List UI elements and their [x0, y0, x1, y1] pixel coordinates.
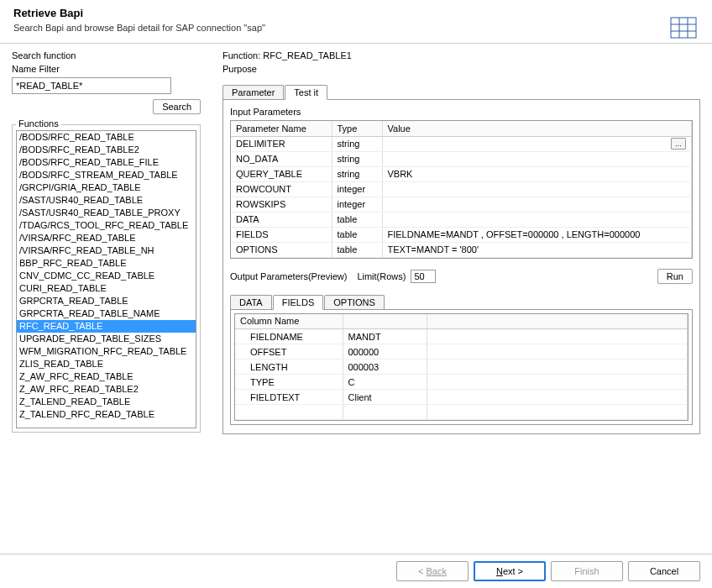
list-item[interactable]: Z_AW_RFC_READ_TABLE2	[17, 383, 196, 396]
main-tabs: Parameter Test it Input Parameters Param…	[222, 84, 700, 434]
list-item[interactable]: Z_TALEND_READ_TABLE	[17, 396, 196, 408]
tab-test-it[interactable]: Test it	[285, 85, 327, 100]
functions-group-label: Functions	[16, 118, 61, 129]
purpose-line: Purpose	[222, 64, 700, 74]
list-item[interactable]: UPGRADE_READ_TABLE_SIZES	[17, 333, 196, 345]
param-value[interactable]: TEXT=MANDT = '800'	[382, 242, 692, 257]
run-button[interactable]: Run	[657, 269, 693, 284]
finish-button[interactable]: Finish	[551, 561, 623, 581]
field-value: MANDT	[343, 329, 427, 344]
field-extra	[427, 344, 688, 360]
input-params-table: Parameter Name Type Value DELIMITERstrin…	[230, 120, 693, 259]
right-panel: Function: RFC_READ_TABLE1 Purpose Parame…	[222, 50, 700, 434]
field-name: LENGTH	[235, 360, 343, 375]
list-item[interactable]: /BODS/RFC_READ_TABLE2	[17, 144, 196, 156]
tab-body-test: Input Parameters Parameter Name Type Val…	[222, 99, 700, 434]
col-column-name[interactable]: Column Name	[235, 314, 343, 329]
table-row[interactable]: DATAtable	[231, 212, 692, 227]
ellipsis-button[interactable]: ...	[671, 138, 686, 150]
param-name: NO_DATA	[231, 151, 332, 166]
list-item[interactable]: WFM_MIGRATION_RFC_READ_TABLE	[17, 345, 196, 358]
param-value[interactable]	[382, 212, 692, 227]
search-section-label: Search function	[12, 50, 201, 60]
list-item[interactable]: Z_AW_RFC_READ_TABLE	[17, 370, 196, 383]
param-name: QUERY_TABLE	[231, 166, 332, 181]
list-item[interactable]: /BODS/RFC_READ_TABLE	[17, 131, 196, 144]
functions-group: Functions /BODS/RFC_READ_TABLE/BODS/RFC_…	[12, 124, 201, 433]
table-row[interactable]: OFFSET000000	[235, 344, 688, 360]
param-type: string	[332, 166, 382, 181]
list-item[interactable]: /SAST/USR40_READ_TABLE_PROXY	[17, 207, 196, 219]
table-row[interactable]: LENGTH000003	[235, 360, 688, 375]
table-row[interactable]: ROWSKIPSinteger	[231, 197, 692, 212]
table-row[interactable]: NO_DATAstring	[231, 151, 692, 166]
table-icon	[670, 17, 697, 39]
name-filter-label: Name Filter	[12, 64, 201, 74]
back-button[interactable]: < Back	[396, 561, 469, 581]
page-title: Retrieve Bapi	[13, 7, 699, 19]
field-value: 000000	[343, 344, 427, 360]
param-name: OPTIONS	[231, 242, 332, 257]
param-value[interactable]: ...	[382, 136, 692, 151]
table-row	[235, 405, 688, 420]
col-column-value[interactable]	[343, 314, 427, 329]
list-item[interactable]: CURI_READ_TABLE	[17, 282, 196, 295]
table-row[interactable]: FIELDStableFIELDNAME=MANDT , OFFSET=0000…	[231, 227, 692, 242]
cancel-button[interactable]: Cancel	[628, 561, 700, 581]
table-row[interactable]: TYPEC	[235, 375, 688, 390]
list-item[interactable]: /VIRSA/RFC_READ_TABLE_NH	[17, 244, 196, 257]
list-item[interactable]: /TDAG/RCS_TOOL_RFC_READ_TABLE	[17, 219, 196, 232]
limit-rows-input[interactable]	[411, 270, 436, 283]
param-type: table	[332, 212, 382, 227]
next-button[interactable]: Next >	[474, 561, 546, 581]
table-row[interactable]: ROWCOUNTinteger	[231, 181, 692, 197]
list-item[interactable]: GRPCRTA_READ_TABLE_NAME	[17, 307, 196, 320]
function-label: Function:	[222, 50, 260, 60]
list-item[interactable]: ZLIS_READ_TABLE	[17, 358, 196, 370]
functions-list[interactable]: /BODS/RFC_READ_TABLE/BODS/RFC_READ_TABLE…	[16, 130, 196, 428]
list-item[interactable]: BBP_RFC_READ_TABLE	[17, 257, 196, 270]
tab-fields[interactable]: FIELDS	[273, 295, 324, 310]
field-extra	[427, 390, 688, 405]
param-value[interactable]: VBRK	[382, 166, 692, 181]
table-row[interactable]: QUERY_TABLEstringVBRK	[231, 166, 692, 181]
divider	[0, 43, 712, 44]
list-item[interactable]: Z_TALEND_RFC_READ_TABLE	[17, 408, 196, 421]
table-row[interactable]: DELIMITERstring...	[231, 136, 692, 151]
col-param-name[interactable]: Parameter Name	[231, 121, 332, 136]
param-value[interactable]	[382, 151, 692, 166]
input-params-label: Input Parameters	[230, 107, 693, 117]
field-extra	[427, 360, 688, 375]
list-item[interactable]: /BODS/RFC_READ_TABLE_FILE	[17, 156, 196, 169]
field-extra	[427, 375, 688, 390]
param-value[interactable]	[382, 197, 692, 212]
list-item[interactable]: CNV_CDMC_CC_READ_TABLE	[17, 270, 196, 282]
table-row[interactable]: FIELDTEXTClient	[235, 390, 688, 405]
tab-data[interactable]: DATA	[230, 295, 272, 309]
col-column-extra[interactable]	[427, 314, 688, 329]
field-extra	[427, 329, 688, 344]
field-value: C	[343, 375, 427, 390]
list-item[interactable]: GRPCRTA_READ_TABLE	[17, 295, 196, 307]
search-button[interactable]: Search	[153, 99, 201, 114]
col-type[interactable]: Type	[332, 121, 382, 136]
limit-rows-label: Limit(Rows)	[357, 271, 406, 281]
field-value: 000003	[343, 360, 427, 375]
list-item[interactable]: /VIRSA/RFC_READ_TABLE	[17, 232, 196, 244]
param-type: string	[332, 151, 382, 166]
table-row[interactable]: OPTIONStableTEXT=MANDT = '800'	[231, 242, 692, 257]
list-item[interactable]: /GRCPI/GRIA_READ_TABLE	[17, 181, 196, 194]
list-item[interactable]: RFC_READ_TABLE	[17, 320, 196, 333]
tab-options[interactable]: OPTIONS	[324, 295, 385, 309]
name-filter-input[interactable]	[12, 77, 171, 94]
param-value[interactable]: FIELDNAME=MANDT , OFFSET=000000 , LENGTH…	[382, 227, 692, 242]
tab-parameter[interactable]: Parameter	[222, 85, 284, 99]
param-type: table	[332, 227, 382, 242]
param-type: table	[332, 242, 382, 257]
table-row[interactable]: FIELDNAMEMANDT	[235, 329, 688, 344]
list-item[interactable]: /BODS/RFC_STREAM_READ_TABLE	[17, 169, 196, 181]
param-value[interactable]	[382, 181, 692, 197]
list-item[interactable]: /SAST/USR40_READ_TABLE	[17, 194, 196, 207]
col-value[interactable]: Value	[382, 121, 692, 136]
param-type: integer	[332, 181, 382, 197]
